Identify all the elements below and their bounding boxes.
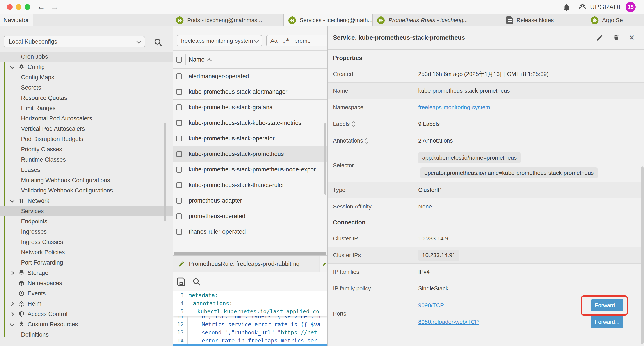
sidebar-item-pod-disruption-budgets[interactable]: Pod Disruption Budgets	[0, 134, 173, 144]
table-row[interactable]: kube-prometheus-stack-thanos-ruler	[173, 177, 327, 193]
table-row[interactable]: kube-prometheus-stack-prometheus	[173, 146, 327, 162]
clock-icon	[18, 290, 24, 297]
sidebar-item-limit-ranges[interactable]: Limit Ranges	[0, 103, 173, 113]
match-case-toggle[interactable]: Aa	[270, 37, 278, 44]
row-checkbox[interactable]	[176, 136, 182, 141]
row-checkbox[interactable]	[176, 151, 182, 157]
sidebar-search-icon[interactable]	[154, 38, 163, 47]
close-window-button[interactable]	[7, 4, 13, 10]
zoom-window-button[interactable]	[24, 4, 30, 10]
sort-toggle-icon[interactable]	[366, 138, 368, 143]
table-search-input[interactable]: Aa .* prome	[266, 35, 327, 46]
select-all-checkbox[interactable]	[176, 57, 182, 63]
sidebar-item-access-control[interactable]: Access Control	[0, 309, 173, 319]
table-row[interactable]: thanos-ruler-operated	[173, 224, 327, 239]
table-row[interactable]: kube-prometheus-stack-operator	[173, 130, 327, 146]
port-link[interactable]: 9090/TCP	[418, 302, 444, 309]
sidebar-item-ingresses[interactable]: Ingresses	[0, 227, 173, 237]
row-checkbox[interactable]	[176, 73, 182, 79]
yaml-editor[interactable]: 3metadata:4annotations:5kubectl.kubernet…	[173, 291, 327, 344]
code-link[interactable]: https://net	[281, 329, 317, 336]
sidebar-item-runtime-classes[interactable]: Runtime Classes	[0, 155, 173, 165]
editor-search-icon[interactable]	[192, 277, 201, 286]
tab-services-icecheng-math[interactable]: Services - icecheng@math...✕	[284, 14, 373, 26]
sidebar-item-resource-quotas[interactable]: Resource Quotas	[0, 93, 173, 103]
sort-toggle-icon[interactable]	[352, 122, 355, 127]
bell-icon[interactable]	[562, 3, 571, 12]
minimize-window-button[interactable]	[16, 4, 22, 10]
chevron-right-icon[interactable]	[10, 302, 14, 306]
horizontal-scrollbar[interactable]	[174, 252, 326, 255]
sidebar-item-cron-jobs[interactable]: Cron Jobs	[0, 52, 173, 62]
editor-tab-prometheusrule[interactable]: PrometheusRule: freeleaps-prod-rabbitmq	[173, 256, 319, 272]
sidebar-item-ingress-classes[interactable]: Ingress Classes	[0, 237, 173, 247]
port-link[interactable]: 8080:reloader-web/TCP	[418, 319, 479, 326]
delete-icon[interactable]	[613, 34, 620, 42]
sidebar-item-config[interactable]: Config	[0, 62, 173, 72]
sidebar-item-events[interactable]: Events	[0, 288, 173, 299]
forward-icon[interactable]: →	[50, 2, 59, 12]
table-row[interactable]: prometheus-operated	[173, 208, 327, 224]
chevron-right-icon[interactable]	[10, 271, 14, 275]
name-column-header[interactable]: Name	[189, 56, 204, 63]
tab-navigator[interactable]: Navigator	[0, 14, 33, 26]
sidebar-item-network[interactable]: Network	[0, 196, 173, 206]
kubeconfig-select[interactable]: Local Kubeconfigs	[4, 36, 145, 47]
sidebar-item-mutating-webhook-configurations[interactable]: Mutating Webhook Configurations	[0, 175, 173, 185]
table-row[interactable]: kube-prometheus-stack-kube-state-metrics	[173, 115, 327, 130]
sidebar-item-vertical-pod-autoscalers[interactable]: Vertical Pod Autoscalers	[0, 124, 173, 134]
sidebar-item-horizontal-pod-autoscalers[interactable]: Horizontal Pod Autoscalers	[0, 113, 173, 124]
editor-tab-next[interactable]	[320, 256, 327, 272]
row-checkbox[interactable]	[176, 89, 182, 95]
sidebar-item-endpoints[interactable]: Endpoints	[0, 216, 173, 227]
forward-button[interactable]: Forward...	[591, 316, 624, 328]
row-checkbox[interactable]	[176, 229, 182, 235]
row-checkbox[interactable]	[176, 120, 182, 126]
save-icon[interactable]	[176, 277, 186, 287]
tab-argo-se[interactable]: Argo Se	[586, 14, 644, 26]
table-row[interactable]: kube-prometheus-stack-prometheus-node-ex…	[173, 162, 327, 177]
sidebar-item-storage[interactable]: Storage	[0, 268, 173, 278]
tab-prometheus-rules-icecheng[interactable]: Prometheus Rules - icecheng...	[373, 14, 502, 26]
sort-ascending-icon[interactable]	[207, 58, 211, 62]
sidebar-item-leases[interactable]: Leases	[0, 165, 173, 175]
namespace-select[interactable]: freeleaps-monitoring-system	[177, 35, 262, 46]
close-icon[interactable]: ✕	[629, 33, 635, 42]
sidebar-item-config-maps[interactable]: Config Maps	[0, 72, 173, 82]
sidebar-item-network-policies[interactable]: Network Policies	[0, 247, 173, 258]
sidebar-scrollbar[interactable]	[164, 123, 166, 221]
regex-toggle[interactable]: .*	[282, 37, 290, 44]
sidebar-item-validating-webhook-configurations[interactable]: Validating Webhook Configurations	[0, 185, 173, 196]
row-checkbox[interactable]	[176, 198, 182, 204]
sidebar-item-secrets[interactable]: Secrets	[0, 82, 173, 93]
sidebar-item-definitions[interactable]: Definitions	[0, 330, 173, 340]
sidebar-item-helm[interactable]: Helm	[0, 299, 173, 309]
sidebar-item-priority-classes[interactable]: Priority Classes	[0, 144, 173, 155]
notification-badge[interactable]: 15	[626, 2, 636, 12]
chevron-down-icon[interactable]	[10, 322, 14, 326]
row-checkbox[interactable]	[176, 167, 182, 173]
table-row[interactable]: alertmanager-operated	[173, 68, 327, 84]
chevron-down-icon[interactable]	[10, 64, 14, 69]
detail-scrollbar[interactable]	[641, 166, 644, 344]
table-row[interactable]: kube-prometheus-stack-grafana	[173, 99, 327, 115]
table-row[interactable]: kube-prometheus-stack-alertmanager	[173, 84, 327, 99]
upgrade-button[interactable]: UPGRADE	[578, 3, 623, 11]
edit-icon[interactable]	[596, 34, 604, 41]
row-checkbox[interactable]	[176, 213, 182, 219]
row-checkbox[interactable]	[176, 182, 182, 188]
namespace-link[interactable]: freeleaps-monitoring-system	[418, 104, 490, 111]
tab-pods-icecheng-mathmas[interactable]: Pods - icecheng@mathmas...	[172, 14, 284, 26]
sidebar-item-port-forwarding[interactable]: Port Forwarding	[0, 258, 173, 268]
table-row[interactable]: prometheus-adapter	[173, 193, 327, 208]
sidebar-item-custom-resources[interactable]: Custom Resources	[0, 319, 173, 330]
back-icon[interactable]: ←	[37, 2, 45, 12]
chevron-down-icon[interactable]	[10, 198, 14, 203]
shield-icon	[18, 311, 24, 317]
table-scrollbar[interactable]	[324, 123, 326, 195]
chevron-right-icon[interactable]	[10, 312, 14, 317]
sidebar-item-services[interactable]: Services	[0, 206, 173, 216]
row-checkbox[interactable]	[176, 104, 182, 110]
sidebar-item-namespaces[interactable]: Namespaces	[0, 278, 173, 288]
tab-release-notes[interactable]: Release Notes	[502, 14, 586, 26]
